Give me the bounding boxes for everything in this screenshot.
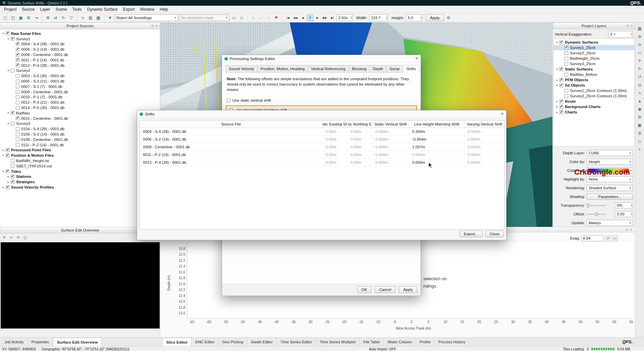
source-item-0106-s-2-14-0001-db[interactable]: 0106 - S-2 (14) - 0001.db [0, 132, 160, 137]
checkbox[interactable] [11, 122, 14, 126]
tab-depth[interactable]: Depth [370, 65, 387, 72]
select-circle-icon[interactable]: ◎ [636, 82, 643, 88]
apply-button[interactable]: Apply [426, 14, 444, 21]
overview-viewport[interactable] [1, 242, 160, 329]
menu-layer[interactable]: Layer [37, 6, 53, 12]
checkbox[interactable] [16, 90, 19, 94]
source-item-0006-s-2-14-0001-db[interactable]: 0006 - S-2 (14) - 0001.db [0, 47, 160, 52]
checkbox[interactable] [16, 127, 19, 131]
menu-window[interactable]: Window [138, 6, 157, 12]
tab-shifts[interactable]: Shifts [403, 65, 419, 72]
expander-icon[interactable]: ▾ [1, 170, 5, 173]
exag-lock-button[interactable]: ▭ [612, 236, 618, 241]
shifts-table-row[interactable]: 0013 - P-4 (28) - 0001.db0.00m0.00m0.000… [140, 159, 504, 166]
menu-export[interactable]: Export [120, 6, 138, 12]
source-item-stations[interactable]: ▸Stations [0, 174, 160, 180]
tab-profile[interactable]: Profile [416, 338, 435, 346]
sound-velocity-icon[interactable]: ∿ [79, 14, 86, 21]
pan-overview-icon[interactable]: ✛ [15, 235, 21, 240]
layer-item-pfm-objects[interactable]: ▸PFM Objects [554, 77, 634, 83]
expander-icon[interactable]: ▾ [6, 122, 10, 125]
expander-icon[interactable]: ▸ [6, 175, 10, 178]
checkbox[interactable] [565, 57, 568, 60]
checkbox[interactable] [565, 46, 568, 50]
layer-item-static-surfaces[interactable]: ▾Static Surfaces [554, 66, 634, 72]
fast-forward-button[interactable]: ▶▶ [322, 14, 328, 21]
expander-icon[interactable]: ▸ [1, 186, 5, 189]
expander-icon[interactable]: ▸ [555, 111, 559, 114]
checkbox[interactable] [559, 105, 563, 109]
close-icon[interactable]: ✕ [501, 112, 504, 116]
undock-panel-icon[interactable]: ⊡ [626, 228, 628, 232]
export-data-icon[interactable]: ⇥ [33, 14, 40, 21]
column-header-line-height-matching-shift[interactable]: Line Height Matching Shift [409, 120, 465, 128]
fit-overview-icon[interactable]: ◱ [22, 235, 28, 240]
tab-blocking[interactable]: Blocking [349, 65, 370, 72]
tab-water-column[interactable]: Water Column [384, 338, 416, 346]
source-item-badnav[interactable]: ▾BadNav [0, 110, 160, 116]
expander-icon[interactable]: ▾ [6, 37, 10, 40]
zoom-in-icon[interactable]: ⊕ [636, 33, 643, 40]
static-vertical-shift-checkbox[interactable] [227, 99, 230, 102]
source-item-0004-s-4-28-0001-db[interactable]: 0004 - S-4 (28) - 0001.db [0, 42, 160, 47]
checkbox[interactable] [16, 48, 19, 51]
expander-icon[interactable]: ▸ [1, 149, 5, 152]
expander-icon[interactable]: ▸ [555, 100, 559, 103]
rect-select-icon[interactable]: ▭ [230, 14, 237, 21]
expander-icon[interactable]: ▾ [1, 32, 5, 35]
snapshot-icon[interactable]: ▣ [636, 122, 643, 129]
source-item-sound-velocity-profiles[interactable]: ▸Sound Velocity Profiles [0, 185, 160, 190]
close-panel-icon[interactable]: ✕ [630, 228, 632, 232]
layer-item-survey3-25cm[interactable]: Survey3_25cm [554, 61, 634, 66]
checkbox[interactable] [6, 148, 9, 152]
source-item-0111-p-2-14-0001-db[interactable]: 0111 - P-2 (14) - 0001.db [0, 142, 160, 148]
checkbox[interactable] [11, 180, 14, 184]
column-header-static-vertical-shift[interactable]: Static Vertical Shift [372, 120, 409, 128]
tab-enc-editor[interactable]: ENC Editor [192, 338, 219, 346]
checkbox[interactable] [16, 58, 19, 62]
tab-swath-editor[interactable]: Swath Editor [247, 338, 277, 346]
spinner-arrows-icon[interactable]: ▴▾ [385, 16, 387, 19]
checkbox[interactable] [16, 116, 19, 120]
spinner-arrows-icon[interactable]: ▴▾ [630, 33, 632, 36]
source-item-sbet-itrf2014-out[interactable]: SBET_ITRF2014.out [0, 163, 160, 169]
checkbox[interactable] [559, 110, 563, 114]
pan-icon[interactable]: ✛ [636, 57, 643, 64]
processing-dialog-titlebar[interactable]: Processing Settings Editor ✕ [222, 55, 421, 62]
transparency-input[interactable]: 0%▴▾ [615, 202, 633, 208]
menu-scene[interactable]: Scene [53, 6, 69, 12]
target-icon[interactable]: ◉ [636, 106, 643, 112]
expander-icon[interactable]: ▾ [1, 154, 5, 157]
layer-item-dynamic-surfaces[interactable]: ▾Dynamic Surfaces [554, 40, 634, 45]
layer-item-survey3-25cm-contours-1-00m[interactable]: Survey3_25cm Contours (1.00m) [554, 93, 634, 99]
reject-filter-icon[interactable]: ▼ [107, 14, 113, 21]
close-button[interactable]: Close [485, 231, 504, 237]
source-item-survey1[interactable]: ▾Survey1 [0, 36, 160, 42]
checkbox[interactable] [16, 53, 19, 57]
layer-item-charts[interactable]: ▸Charts [554, 109, 634, 115]
slider-knob[interactable] [595, 212, 597, 216]
source-item-survey2[interactable]: ▾Survey2 [0, 68, 160, 73]
source-item-0014-p-5-35-0001-db[interactable]: 0014 - P-5 (35) - 0001.db [0, 105, 160, 110]
view-settings-icon[interactable]: ⚙ [636, 114, 643, 120]
undock-panel-icon[interactable]: ⊡ [151, 24, 154, 28]
close-panel-icon[interactable]: ✕ [630, 24, 633, 28]
source-item-0012-p-3-21-0001-db[interactable]: 0012 - P-3 (21) - 0001.db [0, 100, 160, 105]
zoom-out-icon[interactable]: ⊖ [636, 41, 643, 48]
skip-start-button[interactable]: |◀ [285, 14, 291, 21]
zoom-window-icon[interactable]: ▭ [636, 49, 643, 56]
tab-properties[interactable]: Properties [28, 338, 53, 346]
apply-button[interactable]: Apply [399, 286, 417, 293]
swath-display-icon[interactable]: ▤ [87, 14, 94, 21]
checkbox[interactable] [6, 32, 9, 35]
profile-tool-icon[interactable]: ∿ [636, 90, 643, 96]
static-vertical-shift-row[interactable]: Use static vertical shift [227, 98, 271, 102]
color-by-select[interactable]: Height▾ [587, 159, 633, 165]
offset-input[interactable]: 0.00▴▾ [615, 211, 633, 217]
source-item-0005-s-3-21-0001-db[interactable]: 0005 - S-3 (21) - 0001.db [0, 79, 160, 84]
reset-view-icon[interactable]: ↺ [636, 73, 643, 80]
offset-slider[interactable] [587, 214, 606, 215]
menu-help[interactable]: Help [157, 6, 171, 12]
expander-icon[interactable]: ▸ [6, 181, 10, 184]
width-input[interactable]: 119.7▴▾ [369, 14, 388, 21]
